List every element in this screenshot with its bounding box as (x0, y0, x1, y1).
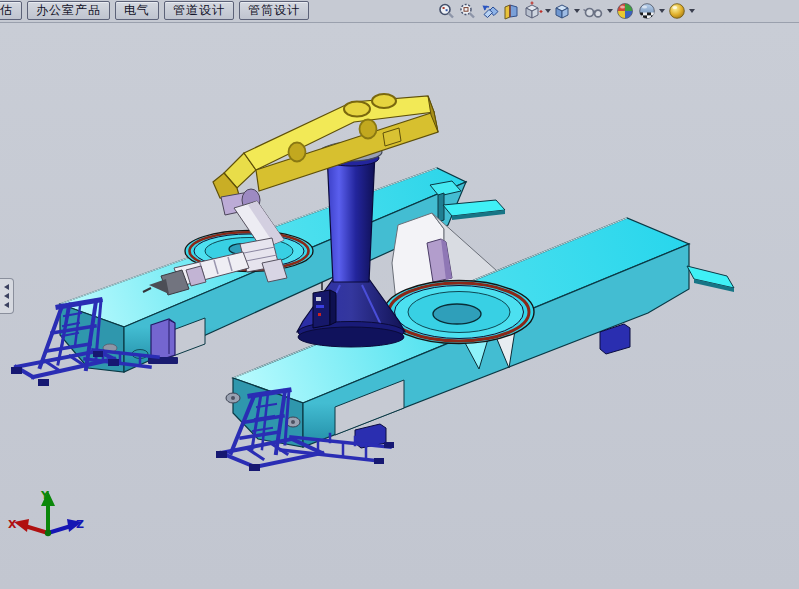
graphics-viewport[interactable]: Y X Z (0, 23, 799, 589)
model-scene[interactable]: Y X Z (0, 23, 799, 589)
tab-piping-design[interactable]: 管道设计 (164, 1, 234, 20)
scene-ball-icon (637, 1, 657, 21)
panel-collapse-button[interactable] (0, 278, 14, 314)
section-view-icon (502, 2, 520, 21)
triad-z-label: Z (76, 518, 84, 531)
view-settings-button[interactable] (667, 1, 695, 21)
view-orientation-button[interactable] (522, 1, 551, 21)
orientation-triad: Y X Z (8, 489, 84, 536)
triad-x-label: X (8, 518, 17, 531)
tab-electrical[interactable]: 电气 (115, 1, 159, 20)
dropdown-arrow-icon (545, 9, 551, 13)
hide-show-items-button[interactable] (582, 1, 613, 21)
apply-scene-button[interactable] (637, 1, 665, 21)
display-style-button[interactable] (553, 1, 580, 21)
zoom-to-fit-button[interactable] (437, 1, 456, 21)
tab-office-products[interactable]: 办公室产品 (27, 1, 110, 20)
collapse-arrow-icon (4, 293, 9, 299)
display-style-icon (553, 1, 572, 21)
tab-evaluate-partial[interactable]: 估 (0, 1, 22, 20)
glasses-icon (582, 3, 605, 20)
dropdown-arrow-icon (659, 9, 665, 13)
command-manager-toolbar: 估 办公室产品 电气 管道设计 管筒设计 (0, 0, 799, 23)
zoom-to-area-button[interactable] (458, 1, 477, 21)
collapse-arrow-icon (4, 284, 9, 290)
color-ball-icon (615, 1, 635, 21)
view-orientation-icon (522, 1, 543, 21)
collapse-arrow-icon (4, 302, 9, 308)
zoom-to-area-icon (458, 2, 477, 21)
right-beam-ring[interactable] (384, 281, 534, 344)
zoom-to-fit-icon (437, 2, 456, 21)
previous-view-button[interactable] (479, 1, 500, 21)
tab-tubing-design[interactable]: 管筒设计 (239, 1, 309, 20)
section-view-button[interactable] (502, 1, 520, 21)
toolbar-tabs: 估 办公室产品 电气 管道设计 管筒设计 (0, 1, 309, 20)
triad-y-label: Y (40, 489, 50, 502)
dropdown-arrow-icon (689, 9, 695, 13)
dropdown-arrow-icon (607, 9, 613, 13)
heads-up-view-toolbar (436, 0, 696, 22)
edit-appearance-button[interactable] (615, 1, 635, 21)
previous-view-icon (479, 2, 500, 21)
gold-ball-icon (667, 1, 687, 21)
dropdown-arrow-icon (574, 9, 580, 13)
